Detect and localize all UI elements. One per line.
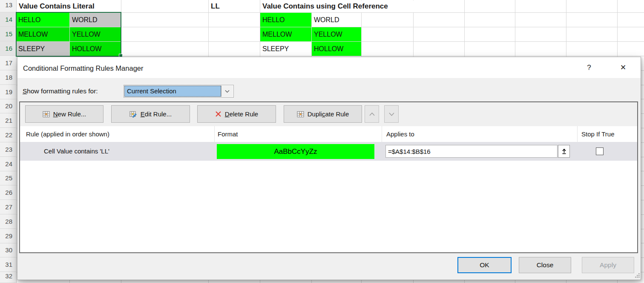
row-header-30[interactable]: 30 bbox=[0, 243, 16, 257]
collapse-range-icon bbox=[561, 148, 567, 154]
edit-rule-label: Edit Rule... bbox=[141, 110, 172, 118]
row-header-18[interactable]: 18 bbox=[0, 70, 16, 85]
cell-f15[interactable]: YELLOW bbox=[312, 27, 361, 41]
row-header-25[interactable]: 25 bbox=[0, 171, 16, 185]
cell-e15[interactable]: MELLOW bbox=[260, 27, 311, 41]
delete-rule-button[interactable]: Delete Rule bbox=[197, 105, 276, 123]
move-rule-down-button[interactable] bbox=[384, 105, 399, 123]
row-header-24[interactable]: 24 bbox=[0, 157, 16, 171]
new-rule-label: New Rule... bbox=[53, 110, 86, 118]
cf-rules-manager-dialog: Conditional Formatting Rules Manager ? ✕… bbox=[17, 57, 641, 280]
row-header-16[interactable]: 16 bbox=[0, 41, 16, 56]
edit-rule-icon bbox=[129, 111, 137, 118]
row-header-14[interactable]: 14 bbox=[0, 12, 16, 27]
show-rules-label-rest: how formatting rules for: bbox=[27, 87, 98, 95]
row-header-29[interactable]: 29 bbox=[0, 229, 16, 243]
resize-grip-icon bbox=[634, 272, 640, 278]
help-icon[interactable]: ? bbox=[582, 57, 596, 78]
cell-f14[interactable]: WORLD bbox=[312, 13, 361, 27]
row-header-28[interactable]: 28 bbox=[0, 214, 16, 229]
duplicate-rule-button[interactable]: Duplicate Rule bbox=[284, 105, 362, 123]
column-header-stop: Stop If True bbox=[581, 126, 615, 142]
row-header-26[interactable]: 26 bbox=[0, 185, 16, 200]
row-header-15[interactable]: 15 bbox=[0, 27, 16, 41]
row-header-column: 13 14 15 16 17 18 19 20 21 22 23 24 25 2… bbox=[0, 0, 17, 283]
show-rules-label: Show formatting rules for: bbox=[23, 85, 98, 98]
dialog-titlebar[interactable]: Conditional Formatting Rules Manager ? ✕ bbox=[17, 57, 641, 78]
table-format-icon bbox=[297, 111, 304, 118]
format-preview-swatch: AaBbCcYyZz bbox=[217, 144, 374, 159]
close-icon[interactable]: ✕ bbox=[616, 57, 630, 78]
column-header-rule: Rule (applied in order shown) bbox=[26, 126, 109, 142]
chevron-down-icon bbox=[225, 90, 230, 93]
collapse-dialog-button[interactable] bbox=[558, 145, 570, 158]
cell-a13-title[interactable]: Value Contains Literal bbox=[17, 0, 121, 12]
move-rule-up-button[interactable] bbox=[365, 105, 379, 123]
apply-button[interactable]: Apply bbox=[582, 257, 634, 273]
applies-to-input[interactable] bbox=[385, 145, 558, 158]
column-header-format: Format bbox=[218, 126, 238, 142]
rules-toolbar: New Rule... Edit Rule... Delete Rule bbox=[20, 102, 637, 126]
cell-e13-title[interactable]: Value Contains using Cell Reference bbox=[260, 0, 464, 12]
excel-window: Value Contains Literal LL Value Contains… bbox=[0, 0, 644, 283]
row-header-20[interactable]: 20 bbox=[0, 99, 16, 113]
ok-button[interactable]: OK bbox=[457, 257, 512, 273]
row-header-23[interactable]: 23 bbox=[0, 142, 16, 157]
column-divider bbox=[577, 126, 578, 142]
new-rule-button[interactable]: New Rule... bbox=[25, 105, 104, 123]
show-rules-label-accel: S bbox=[23, 87, 27, 95]
resize-grip[interactable] bbox=[634, 272, 640, 278]
row-header-19[interactable]: 19 bbox=[0, 85, 16, 99]
row-header-17[interactable]: 17 bbox=[0, 56, 16, 70]
column-divider bbox=[214, 126, 215, 142]
row-header-22[interactable]: 22 bbox=[0, 128, 16, 142]
row-header-13[interactable]: 13 bbox=[0, 0, 16, 12]
rule-row-selected[interactable]: Cell Value contains 'LL' AaBbCcYyZz bbox=[20, 142, 637, 161]
show-rules-dropdown-value: Current Selection bbox=[124, 86, 221, 97]
edit-rule-button[interactable]: Edit Rule... bbox=[111, 105, 190, 123]
stop-if-true-checkbox[interactable] bbox=[596, 147, 604, 155]
cell-e16[interactable]: SLEEPY bbox=[260, 42, 311, 56]
row-header-21[interactable]: 21 bbox=[0, 113, 16, 128]
row-header-32[interactable]: 32 bbox=[0, 272, 16, 283]
row-header-31[interactable]: 31 bbox=[0, 257, 16, 272]
delete-x-icon bbox=[215, 111, 221, 117]
cell-e14[interactable]: HELLO bbox=[260, 13, 311, 27]
dropdown-arrow-button[interactable] bbox=[221, 86, 233, 97]
rules-list-container: New Rule... Edit Rule... Delete Rule bbox=[19, 101, 638, 253]
rule-description: Cell Value contains 'LL' bbox=[44, 142, 109, 161]
close-button[interactable]: Close bbox=[519, 257, 571, 273]
rules-list-header: Rule (applied in order shown) Format App… bbox=[20, 126, 637, 142]
table-format-icon bbox=[43, 111, 50, 118]
row-header-27[interactable]: 27 bbox=[0, 200, 16, 214]
show-rules-dropdown[interactable]: Current Selection bbox=[124, 85, 234, 98]
delete-rule-label: Delete Rule bbox=[225, 110, 258, 118]
duplicate-rule-label: Duplicate Rule bbox=[308, 110, 349, 118]
dialog-title: Conditional Formatting Rules Manager bbox=[23, 57, 143, 78]
selection-border bbox=[16, 12, 121, 57]
chevron-down-icon bbox=[389, 113, 394, 116]
chevron-up-icon bbox=[369, 113, 375, 116]
column-header-applies: Applies to bbox=[386, 126, 414, 142]
cell-f16[interactable]: HOLLOW bbox=[312, 42, 361, 56]
column-divider bbox=[382, 126, 382, 142]
cell-d13-title[interactable]: LL bbox=[209, 0, 259, 12]
